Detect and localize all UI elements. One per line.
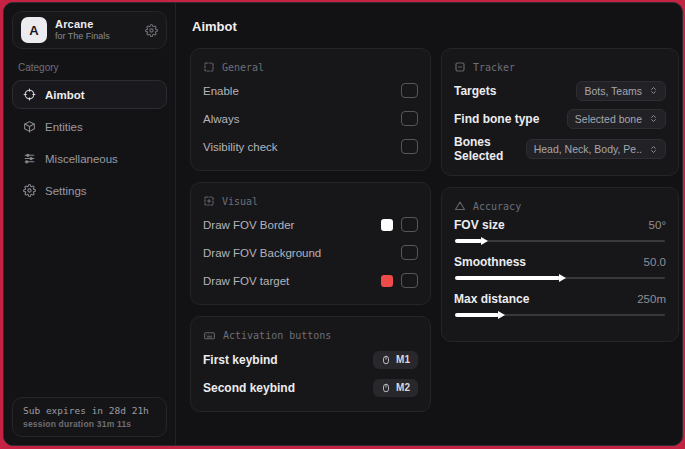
setting-label: Draw FOV Border bbox=[203, 219, 294, 231]
fov-target-color-swatch[interactable] bbox=[381, 275, 393, 287]
setting-label: Visibility check bbox=[203, 141, 278, 153]
draw-fov-border-checkbox[interactable] bbox=[401, 217, 418, 232]
sidebar-item-settings[interactable]: Settings bbox=[12, 176, 167, 205]
square-minus-icon bbox=[454, 61, 466, 73]
sidebar-item-miscellaneous[interactable]: Miscellaneous bbox=[12, 144, 167, 173]
panel-title: Accuracy bbox=[473, 201, 521, 212]
setting-row: Targets Bots, Teams bbox=[454, 79, 666, 102]
setting-label: Always bbox=[203, 113, 239, 125]
setting-row: First keybind M1 bbox=[203, 348, 418, 371]
slider-value: 50° bbox=[649, 219, 666, 231]
always-checkbox[interactable] bbox=[401, 111, 418, 126]
setting-label: Draw FOV target bbox=[203, 275, 289, 287]
sub-expiry-text: Sub expires in 28d 21h bbox=[23, 405, 156, 416]
dashed-square-icon bbox=[203, 61, 215, 73]
slider-label: Smoothness bbox=[454, 255, 526, 269]
sidebar-item-label: Settings bbox=[45, 185, 87, 197]
triangle-icon bbox=[454, 200, 466, 212]
setting-row: Find bone type Selected bone bbox=[454, 107, 666, 130]
slider-value: 50.0 bbox=[644, 256, 666, 268]
keybind-value: M1 bbox=[396, 354, 410, 365]
draw-fov-target-checkbox[interactable] bbox=[401, 273, 418, 288]
sidebar-item-label: Miscellaneous bbox=[45, 153, 118, 165]
setting-row: Enable bbox=[203, 79, 418, 102]
brand-card: A Arcane for The Finals bbox=[12, 11, 167, 49]
settings-gear-icon[interactable] bbox=[145, 24, 158, 37]
brand-text: Arcane for The Finals bbox=[55, 18, 110, 43]
brand-logo: A bbox=[21, 17, 47, 43]
setting-row: Always bbox=[203, 107, 418, 130]
chevron-up-down-icon bbox=[649, 85, 658, 96]
chevron-up-down-icon bbox=[649, 113, 658, 124]
sidebar: A Arcane for The Finals Category Aimbot bbox=[4, 3, 176, 445]
slider-group: FOV size 50° bbox=[454, 218, 666, 242]
select-value: Selected bone bbox=[575, 113, 642, 125]
setting-label: Draw FOV Background bbox=[203, 247, 321, 259]
slider-fill bbox=[455, 313, 499, 317]
setting-row: Draw FOV target bbox=[203, 269, 418, 292]
sidebar-item-entities[interactable]: Entities bbox=[12, 112, 167, 141]
sidebar-item-aimbot[interactable]: Aimbot bbox=[12, 80, 167, 109]
app-window: A Arcane for The Finals Category Aimbot bbox=[3, 2, 683, 446]
fov-border-color-swatch[interactable] bbox=[381, 219, 393, 231]
second-keybind-button[interactable]: M2 bbox=[373, 379, 418, 397]
square-plus-icon bbox=[203, 195, 215, 207]
chevron-up-down-icon bbox=[649, 144, 658, 155]
fov-size-slider[interactable] bbox=[455, 240, 665, 242]
find-bone-type-select[interactable]: Selected bone bbox=[567, 109, 666, 129]
setting-row: Visibility check bbox=[203, 135, 418, 158]
select-value: Head, Neck, Body, Pe.. bbox=[534, 143, 642, 155]
panel-title: Activation buttons bbox=[223, 330, 331, 341]
slider-label: FOV size bbox=[454, 218, 505, 232]
mouse-icon bbox=[381, 382, 391, 394]
crosshair-icon bbox=[23, 88, 36, 101]
subscription-info-card: Sub expires in 28d 21h session duration … bbox=[12, 397, 167, 437]
keyboard-icon bbox=[203, 329, 216, 342]
panel-title: General bbox=[222, 62, 264, 73]
sidebar-item-label: Entities bbox=[45, 121, 83, 133]
setting-label: Bones Selected bbox=[454, 135, 526, 163]
setting-label: Second keybind bbox=[203, 381, 295, 395]
select-value: Bots, Teams bbox=[584, 85, 642, 97]
gear-icon bbox=[23, 184, 36, 197]
enable-checkbox[interactable] bbox=[401, 83, 418, 98]
draw-fov-background-checkbox[interactable] bbox=[401, 245, 418, 260]
visual-panel: Visual Draw FOV Border Draw FOV Backgrou… bbox=[190, 182, 431, 305]
setting-label: Targets bbox=[454, 84, 496, 98]
slider-group: Max distance 250m bbox=[454, 292, 666, 316]
brand-subtitle: for The Finals bbox=[55, 31, 110, 42]
bones-selected-select[interactable]: Head, Neck, Body, Pe.. bbox=[526, 139, 666, 159]
setting-row: Draw FOV Border bbox=[203, 213, 418, 236]
max-distance-slider[interactable] bbox=[455, 314, 665, 316]
setting-row: Second keybind M2 bbox=[203, 376, 418, 399]
session-duration-text: session duration 31m 11s bbox=[23, 419, 156, 429]
activation-buttons-panel: Activation buttons First keybind M1 bbox=[190, 316, 431, 412]
slider-value: 250m bbox=[637, 293, 666, 305]
page-title: Aimbot bbox=[192, 19, 677, 34]
setting-label: Enable bbox=[203, 85, 239, 97]
slider-fill bbox=[455, 239, 482, 243]
mouse-icon bbox=[381, 354, 391, 366]
visibility-check-checkbox[interactable] bbox=[401, 139, 418, 154]
accuracy-panel: Accuracy FOV size 50° Smoothness bbox=[441, 187, 679, 342]
slider-fill bbox=[455, 276, 560, 280]
cube-icon bbox=[23, 120, 36, 133]
general-panel: General Enable Always Visibility check bbox=[190, 48, 431, 171]
sliders-icon bbox=[23, 152, 36, 165]
setting-row: Bones Selected Head, Neck, Body, Pe.. bbox=[454, 135, 666, 163]
setting-row: Draw FOV Background bbox=[203, 241, 418, 264]
smoothness-slider[interactable] bbox=[455, 277, 665, 279]
main-content: Aimbot General Enable bbox=[176, 3, 683, 445]
slider-label: Max distance bbox=[454, 292, 529, 306]
panel-title: Tracker bbox=[473, 62, 515, 73]
sidebar-item-label: Aimbot bbox=[45, 89, 85, 101]
setting-label: Find bone type bbox=[454, 112, 539, 126]
setting-label: First keybind bbox=[203, 353, 278, 367]
brand-name: Arcane bbox=[55, 18, 110, 32]
targets-select[interactable]: Bots, Teams bbox=[576, 81, 666, 101]
first-keybind-button[interactable]: M1 bbox=[373, 351, 418, 369]
category-label: Category bbox=[18, 62, 161, 73]
panel-title: Visual bbox=[222, 196, 258, 207]
slider-group: Smoothness 50.0 bbox=[454, 255, 666, 279]
keybind-value: M2 bbox=[396, 382, 410, 393]
